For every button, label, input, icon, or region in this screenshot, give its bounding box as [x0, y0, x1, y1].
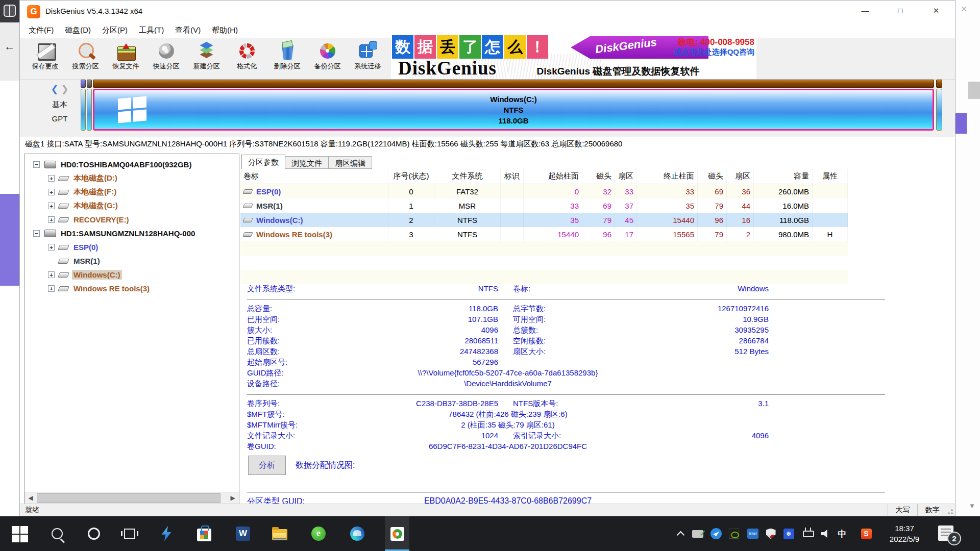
toolbar-recover-files-button[interactable]: 恢复文件: [106, 40, 146, 77]
tree-item-7[interactable]: MSR(1): [24, 254, 239, 268]
column-header-2[interactable]: 文件系统: [434, 169, 501, 184]
menu-item-2[interactable]: 分区(P): [96, 23, 133, 38]
tree-item-1[interactable]: +本地磁盘(D:): [24, 171, 239, 185]
tray-printer[interactable]: [690, 516, 705, 551]
table-row[interactable]: ESP(0)0FAT3203233336936260.0MB: [240, 184, 848, 198]
prev-disk-icon[interactable]: ❮: [51, 84, 58, 94]
banner-qq-link[interactable]: 或点击此处选择QQ咨询: [674, 47, 754, 57]
tree-item-3[interactable]: +本地磁盘(G:): [24, 199, 239, 213]
ad-banner[interactable]: 数据丢了怎么！ DiskGenius DiskGenius 致电: 400-00…: [391, 34, 756, 79]
menu-item-1[interactable]: 磁盘(D): [59, 23, 96, 38]
tab-0[interactable]: 分区参数: [241, 155, 285, 169]
menu-item-0[interactable]: 文件(F): [23, 23, 59, 38]
toolbar-backup-partition-button[interactable]: 备份分区: [307, 40, 348, 77]
taskbar-store-button[interactable]: [192, 516, 216, 551]
menu-item-4[interactable]: 查看(V): [169, 23, 206, 38]
table-row[interactable]: Windows(C:)2NTFS357945154409616118.0GB: [240, 213, 848, 227]
toolbar-delete-partition-button[interactable]: 删除分区: [267, 40, 307, 77]
tray-feishu[interactable]: [708, 516, 724, 551]
taskbar-browser-360-button[interactable]: [306, 516, 331, 551]
tree-item-5[interactable]: −HD1:SAMSUNGMZNLN128HAHQ-000: [24, 227, 239, 240]
menu-item-5[interactable]: 帮助(H): [206, 23, 243, 38]
expander-icon[interactable]: +: [48, 189, 55, 195]
expander-icon[interactable]: +: [48, 203, 55, 209]
taskbar-clock[interactable]: 18:37 2022/5/9: [879, 523, 930, 544]
expander-icon[interactable]: −: [33, 230, 40, 237]
column-header-5[interactable]: 磁头: [582, 169, 615, 184]
expander-icon[interactable]: +: [48, 216, 55, 223]
partition-bar-esp[interactable]: [81, 80, 86, 132]
background-close-icon[interactable]: ✕: [961, 4, 967, 14]
tree-item-9[interactable]: +Windows RE tools(3): [24, 282, 239, 295]
taskbar-diskgenius-button[interactable]: [385, 516, 409, 551]
minimize-button[interactable]: —: [853, 1, 877, 21]
next-disk-icon[interactable]: ❯: [61, 84, 69, 94]
maximize-button[interactable]: □: [888, 1, 913, 21]
partition-bar-re-tools[interactable]: [936, 80, 942, 132]
column-header-4[interactable]: 起始柱面: [524, 169, 582, 184]
tab-1[interactable]: 浏览文件: [285, 156, 329, 169]
tray-tray-expand[interactable]: [673, 516, 688, 551]
taskbar-flash-button[interactable]: [154, 516, 179, 551]
tree-item-6[interactable]: +ESP(0): [24, 240, 239, 254]
scroll-left-icon[interactable]: ◀: [24, 492, 37, 504]
toolbar-save-changes-button[interactable]: 保存更改: [25, 40, 65, 77]
column-header-6[interactable]: 扇区: [615, 169, 637, 184]
taskbar-search-button[interactable]: [45, 516, 69, 551]
tab-2[interactable]: 扇区编辑: [329, 156, 372, 169]
taskbar-start-button[interactable]: [7, 516, 32, 551]
back-arrow-icon[interactable]: ←: [4, 40, 15, 53]
taskbar-explorer-button[interactable]: [267, 516, 292, 551]
partition-bar-msr[interactable]: [87, 80, 92, 132]
column-header-1[interactable]: 序号(状态): [388, 169, 434, 184]
tree-item-4[interactable]: +RECOVERY(E:): [24, 213, 239, 227]
column-header-9[interactable]: 扇区: [727, 169, 754, 184]
toolbar-new-partition-button[interactable]: 新建分区: [186, 40, 227, 77]
expander-icon[interactable]: −: [33, 161, 40, 168]
tray-ime[interactable]: 中: [835, 516, 850, 551]
column-header-11[interactable]: 属性: [813, 169, 848, 184]
task-view-icon: [124, 529, 135, 539]
column-header-0[interactable]: 卷标: [240, 169, 388, 184]
taskbar-edge-button[interactable]: [345, 516, 370, 551]
toolbar-system-migrate-button[interactable]: 系统迁移: [348, 40, 388, 77]
banner-tile-3: 了: [459, 35, 481, 59]
scroll-down-icon[interactable]: ▼: [969, 502, 975, 510]
partition-bar-windows-c[interactable]: Windows(C:) NTFS 118.0GB: [93, 80, 934, 132]
column-header-3[interactable]: 标识: [501, 169, 524, 184]
menu-item-3[interactable]: 工具(T): [133, 23, 169, 38]
tray-power[interactable]: [801, 516, 816, 551]
expander-icon[interactable]: +: [48, 244, 55, 251]
taskbar-word-button[interactable]: [231, 516, 255, 551]
column-header-8[interactable]: 磁头: [698, 169, 727, 184]
tray-intel[interactable]: [745, 516, 761, 551]
tree-item-2[interactable]: +本地磁盘(F:): [24, 185, 239, 199]
toolbar-quick-partition-button[interactable]: 快速分区: [146, 40, 186, 77]
taskbar-cortana-button[interactable]: [82, 516, 106, 551]
tray-snowflake[interactable]: ❄: [781, 516, 796, 551]
tree-item-0[interactable]: −HD0:TOSHIBAMQ04ABF100(932GB): [24, 158, 239, 171]
column-header-7[interactable]: 终止柱面: [637, 169, 698, 184]
close-button[interactable]: ✕: [924, 1, 948, 21]
tray-nvidia[interactable]: [726, 516, 742, 551]
expander-icon[interactable]: +: [48, 271, 55, 278]
expander-icon[interactable]: +: [48, 175, 55, 182]
tree-item-8[interactable]: +Windows(C:): [24, 268, 239, 282]
tray-volume[interactable]: [818, 516, 833, 551]
table-row[interactable]: Windows RE tools(3)3NTFS1544096171556579…: [240, 227, 848, 241]
scrollbar-thumb[interactable]: [37, 493, 220, 503]
tray-defender[interactable]: [763, 516, 778, 551]
tray-sogou[interactable]: S: [859, 516, 874, 551]
tree-horizontal-scrollbar[interactable]: ◀ ▶: [24, 492, 239, 504]
analyze-button[interactable]: 分析: [248, 456, 286, 475]
table-row[interactable]: MSR(1)1MSR33693735794416.0MB: [240, 198, 848, 213]
column-header-10[interactable]: 容量: [754, 169, 813, 184]
toolbar-search-partition-button[interactable]: 搜索分区: [65, 40, 106, 77]
resize-grip[interactable]: [947, 504, 955, 516]
quick-partition-icon: [156, 41, 177, 61]
background-scrollbar-thumb[interactable]: [968, 82, 980, 99]
toolbar-format-button[interactable]: 格式化: [227, 40, 267, 77]
scroll-right-icon[interactable]: ▶: [227, 492, 239, 504]
taskbar-task-view-button[interactable]: [117, 516, 142, 551]
expander-icon[interactable]: +: [48, 285, 55, 292]
